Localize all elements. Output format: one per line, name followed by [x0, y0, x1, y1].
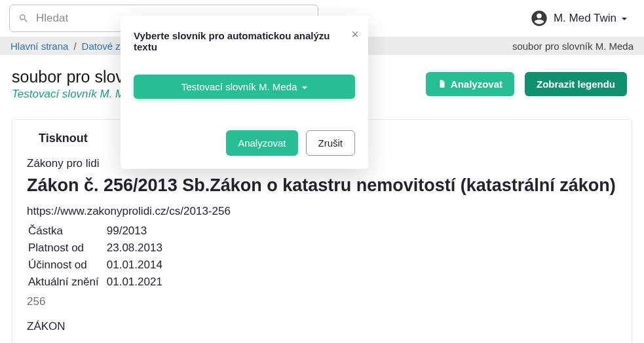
modal-close-button[interactable]: ×: [351, 27, 359, 41]
dictionary-select-label: Testovací slovník M. Meda: [181, 81, 297, 92]
modal-analyze-button[interactable]: Analyzovat: [226, 130, 297, 156]
chevron-down-icon: [302, 86, 307, 89]
dictionary-select[interactable]: Testovací slovník M. Meda: [134, 75, 355, 99]
close-icon: ×: [351, 27, 359, 41]
modal-dictionary-picker: Vyberte slovník pro automatickou analýzu…: [121, 16, 368, 169]
modal-cancel-button[interactable]: Zrušit: [306, 130, 356, 156]
modal-title: Vyberte slovník pro automatickou analýzu…: [134, 30, 355, 52]
